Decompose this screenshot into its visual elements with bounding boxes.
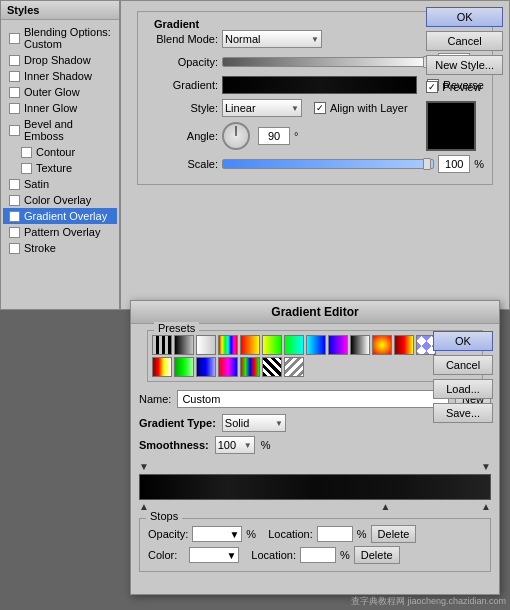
align-checkbox[interactable] <box>314 102 326 114</box>
style-label-inner-glow: Inner Glow <box>24 102 77 114</box>
scale-input[interactable] <box>438 155 470 173</box>
style-checkbox-pattern-overlay[interactable] <box>9 227 20 238</box>
scale-slider[interactable] <box>222 159 434 169</box>
preset-11[interactable] <box>372 335 392 355</box>
preset-14[interactable] <box>152 357 172 377</box>
preview-checkbox[interactable] <box>426 81 438 93</box>
style-label-inner-shadow: Inner Shadow <box>24 70 92 82</box>
presets-label: Presets <box>154 322 199 334</box>
style-checkbox-satin[interactable] <box>9 179 20 190</box>
style-checkbox-inner-shadow[interactable] <box>9 71 20 82</box>
style-item-inner-shadow[interactable]: Inner Shadow <box>3 68 117 84</box>
style-checkbox-drop-shadow[interactable] <box>9 55 20 66</box>
style-checkbox-gradient-overlay[interactable] <box>9 211 20 222</box>
preset-2[interactable] <box>174 335 194 355</box>
preset-18[interactable] <box>240 357 260 377</box>
angle-input[interactable] <box>258 127 290 145</box>
preset-4[interactable] <box>218 335 238 355</box>
angle-label: Angle: <box>146 130 218 142</box>
preset-19[interactable] <box>262 357 282 377</box>
stops-color-location-input[interactable] <box>300 547 336 563</box>
style-checkbox-outer-glow[interactable] <box>9 87 20 98</box>
top-stop-right[interactable]: ▼ <box>481 462 491 472</box>
stops-location-input[interactable] <box>317 526 353 542</box>
new-style-button[interactable]: New Style... <box>426 55 503 75</box>
angle-dial[interactable] <box>222 122 250 150</box>
style-checkbox-blending[interactable] <box>9 33 20 44</box>
smoothness-arrow: ▼ <box>244 441 252 450</box>
scale-thumb[interactable] <box>423 158 431 170</box>
blend-mode-arrow: ▼ <box>311 35 319 44</box>
cancel-button[interactable]: Cancel <box>426 31 503 51</box>
opacity-slider[interactable] <box>222 57 434 67</box>
preset-12[interactable] <box>394 335 414 355</box>
editor-save-button[interactable]: Save... <box>433 403 493 423</box>
gradient-editor-bar[interactable] <box>139 474 491 500</box>
style-item-inner-glow[interactable]: Inner Glow <box>3 100 117 116</box>
style-item-satin[interactable]: Satin <box>3 176 117 192</box>
preset-16[interactable] <box>196 357 216 377</box>
preset-9[interactable] <box>328 335 348 355</box>
preset-8[interactable] <box>306 335 326 355</box>
gradient-type-value: Solid <box>225 417 249 429</box>
ok-button[interactable]: OK <box>426 7 503 27</box>
opacity-label: Opacity: <box>146 56 218 68</box>
gradient-label: Gradient: <box>146 79 218 91</box>
stops-delete-opacity-button[interactable]: Delete <box>371 525 417 543</box>
style-item-color-overlay[interactable]: Color Overlay <box>3 192 117 208</box>
styles-list: Blending Options: Custom Drop Shadow Inn… <box>1 20 119 260</box>
name-input[interactable] <box>177 390 449 408</box>
bottom-stop-right[interactable]: ▲ <box>481 502 491 512</box>
editor-cancel-button[interactable]: Cancel <box>433 355 493 375</box>
opacity-stops-row: Opacity: ▼ % Location: % Delete <box>148 525 482 543</box>
style-checkbox-contour[interactable] <box>21 147 32 158</box>
bottom-stop-mid[interactable]: ▲ <box>380 502 390 512</box>
smoothness-row: Smoothness: 100 ▼ % <box>131 434 499 456</box>
style-item-drop-shadow[interactable]: Drop Shadow <box>3 52 117 68</box>
preset-6[interactable] <box>262 335 282 355</box>
style-item-contour[interactable]: Contour <box>3 144 117 160</box>
stops-location-unit: % <box>357 528 367 540</box>
preset-5[interactable] <box>240 335 260 355</box>
stops-color-select[interactable]: ▼ <box>189 547 239 563</box>
preset-20[interactable] <box>284 357 304 377</box>
style-checkbox-texture[interactable] <box>21 163 32 174</box>
preset-15[interactable] <box>174 357 194 377</box>
scale-row: Scale: % <box>146 155 484 173</box>
style-item-outer-glow[interactable]: Outer Glow <box>3 84 117 100</box>
preset-10[interactable] <box>350 335 370 355</box>
style-item-bevel-emboss[interactable]: Bevel and Emboss <box>3 116 117 144</box>
preset-3[interactable] <box>196 335 216 355</box>
blend-mode-select[interactable]: Normal ▼ <box>222 30 322 48</box>
smoothness-select[interactable]: 100 ▼ <box>215 436 255 454</box>
stops-location-label: Location: <box>268 528 313 540</box>
preset-1[interactable] <box>152 335 172 355</box>
style-item-gradient-overlay[interactable]: Gradient Overlay <box>3 208 117 224</box>
preset-17[interactable] <box>218 357 238 377</box>
style-label-drop-shadow: Drop Shadow <box>24 54 91 66</box>
style-checkbox-stroke[interactable] <box>9 243 20 254</box>
angle-unit: ° <box>294 130 298 142</box>
styles-panel-title: Styles <box>1 1 119 20</box>
preset-7[interactable] <box>284 335 304 355</box>
style-label: Style: <box>146 102 218 114</box>
style-item-blending[interactable]: Blending Options: Custom <box>3 24 117 52</box>
scale-unit: % <box>474 158 484 170</box>
style-item-texture[interactable]: Texture <box>3 160 117 176</box>
gradient-style-select[interactable]: Linear ▼ <box>222 99 302 117</box>
gradient-bar[interactable] <box>222 76 417 94</box>
editor-load-button[interactable]: Load... <box>433 379 493 399</box>
preview-thumbnail <box>426 101 476 151</box>
stops-delete-color-button[interactable]: Delete <box>354 546 400 564</box>
style-item-stroke[interactable]: Stroke <box>3 240 117 256</box>
editor-ok-button[interactable]: OK <box>433 331 493 351</box>
top-stop-left[interactable]: ▼ <box>139 462 149 472</box>
gradient-type-select[interactable]: Solid ▼ <box>222 414 286 432</box>
style-item-pattern-overlay[interactable]: Pattern Overlay <box>3 224 117 240</box>
style-checkbox-bevel-emboss[interactable] <box>9 125 20 136</box>
style-checkbox-color-overlay[interactable] <box>9 195 20 206</box>
style-checkbox-inner-glow[interactable] <box>9 103 20 114</box>
smoothness-value: 100 <box>218 439 236 451</box>
stops-opacity-select[interactable]: ▼ <box>192 526 242 542</box>
scale-label: Scale: <box>146 158 218 170</box>
